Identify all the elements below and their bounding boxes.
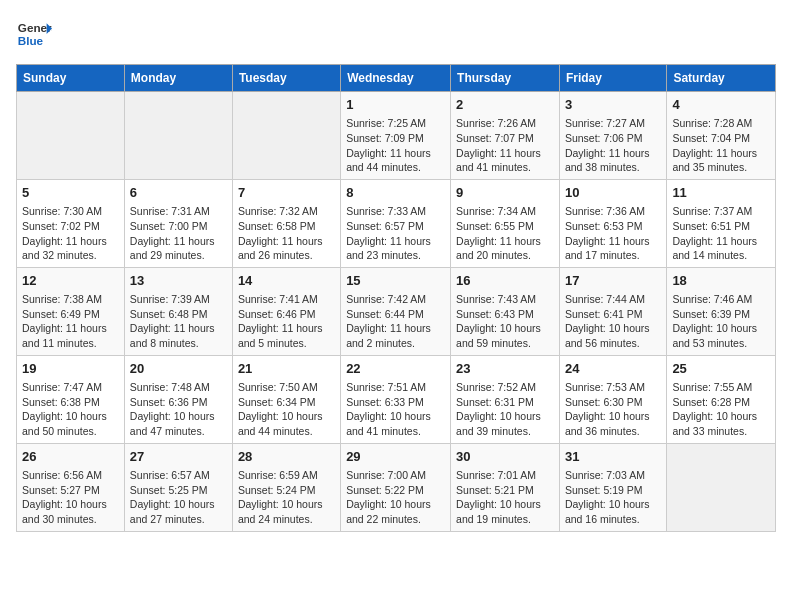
day-info: Sunrise: 7:51 AM Sunset: 6:33 PM Dayligh… [346, 380, 445, 439]
day-info: Sunrise: 7:31 AM Sunset: 7:00 PM Dayligh… [130, 204, 227, 263]
day-cell: 20Sunrise: 7:48 AM Sunset: 6:36 PM Dayli… [124, 355, 232, 443]
day-cell: 13Sunrise: 7:39 AM Sunset: 6:48 PM Dayli… [124, 267, 232, 355]
day-info: Sunrise: 6:56 AM Sunset: 5:27 PM Dayligh… [22, 468, 119, 527]
day-info: Sunrise: 7:30 AM Sunset: 7:02 PM Dayligh… [22, 204, 119, 263]
day-number: 27 [130, 448, 227, 466]
week-row-2: 5Sunrise: 7:30 AM Sunset: 7:02 PM Daylig… [17, 179, 776, 267]
day-cell: 11Sunrise: 7:37 AM Sunset: 6:51 PM Dayli… [667, 179, 776, 267]
day-number: 25 [672, 360, 770, 378]
day-header-thursday: Thursday [451, 65, 560, 92]
day-info: Sunrise: 6:59 AM Sunset: 5:24 PM Dayligh… [238, 468, 335, 527]
day-cell [232, 92, 340, 180]
day-cell: 15Sunrise: 7:42 AM Sunset: 6:44 PM Dayli… [341, 267, 451, 355]
week-row-4: 19Sunrise: 7:47 AM Sunset: 6:38 PM Dayli… [17, 355, 776, 443]
day-number: 6 [130, 184, 227, 202]
day-info: Sunrise: 7:34 AM Sunset: 6:55 PM Dayligh… [456, 204, 554, 263]
day-info: Sunrise: 7:42 AM Sunset: 6:44 PM Dayligh… [346, 292, 445, 351]
day-number: 2 [456, 96, 554, 114]
day-info: Sunrise: 7:25 AM Sunset: 7:09 PM Dayligh… [346, 116, 445, 175]
calendar-body: 1Sunrise: 7:25 AM Sunset: 7:09 PM Daylig… [17, 92, 776, 532]
day-number: 8 [346, 184, 445, 202]
day-number: 24 [565, 360, 661, 378]
day-cell: 16Sunrise: 7:43 AM Sunset: 6:43 PM Dayli… [451, 267, 560, 355]
day-cell: 23Sunrise: 7:52 AM Sunset: 6:31 PM Dayli… [451, 355, 560, 443]
day-info: Sunrise: 7:43 AM Sunset: 6:43 PM Dayligh… [456, 292, 554, 351]
day-info: Sunrise: 7:39 AM Sunset: 6:48 PM Dayligh… [130, 292, 227, 351]
day-info: Sunrise: 7:01 AM Sunset: 5:21 PM Dayligh… [456, 468, 554, 527]
logo: General Blue [16, 16, 52, 52]
day-header-wednesday: Wednesday [341, 65, 451, 92]
day-cell: 10Sunrise: 7:36 AM Sunset: 6:53 PM Dayli… [559, 179, 666, 267]
logo-icon: General Blue [16, 16, 52, 52]
day-info: Sunrise: 7:53 AM Sunset: 6:30 PM Dayligh… [565, 380, 661, 439]
day-header-saturday: Saturday [667, 65, 776, 92]
day-info: Sunrise: 7:48 AM Sunset: 6:36 PM Dayligh… [130, 380, 227, 439]
day-number: 13 [130, 272, 227, 290]
day-number: 4 [672, 96, 770, 114]
week-row-3: 12Sunrise: 7:38 AM Sunset: 6:49 PM Dayli… [17, 267, 776, 355]
day-info: Sunrise: 7:27 AM Sunset: 7:06 PM Dayligh… [565, 116, 661, 175]
day-cell: 19Sunrise: 7:47 AM Sunset: 6:38 PM Dayli… [17, 355, 125, 443]
day-header-friday: Friday [559, 65, 666, 92]
week-row-1: 1Sunrise: 7:25 AM Sunset: 7:09 PM Daylig… [17, 92, 776, 180]
page-header: General Blue [16, 16, 776, 52]
day-header-tuesday: Tuesday [232, 65, 340, 92]
day-cell: 6Sunrise: 7:31 AM Sunset: 7:00 PM Daylig… [124, 179, 232, 267]
day-cell: 26Sunrise: 6:56 AM Sunset: 5:27 PM Dayli… [17, 443, 125, 531]
day-cell: 5Sunrise: 7:30 AM Sunset: 7:02 PM Daylig… [17, 179, 125, 267]
day-info: Sunrise: 7:38 AM Sunset: 6:49 PM Dayligh… [22, 292, 119, 351]
day-number: 22 [346, 360, 445, 378]
day-cell: 21Sunrise: 7:50 AM Sunset: 6:34 PM Dayli… [232, 355, 340, 443]
day-info: Sunrise: 7:44 AM Sunset: 6:41 PM Dayligh… [565, 292, 661, 351]
day-cell: 28Sunrise: 6:59 AM Sunset: 5:24 PM Dayli… [232, 443, 340, 531]
day-cell: 9Sunrise: 7:34 AM Sunset: 6:55 PM Daylig… [451, 179, 560, 267]
week-row-5: 26Sunrise: 6:56 AM Sunset: 5:27 PM Dayli… [17, 443, 776, 531]
day-info: Sunrise: 7:33 AM Sunset: 6:57 PM Dayligh… [346, 204, 445, 263]
day-number: 15 [346, 272, 445, 290]
day-info: Sunrise: 7:36 AM Sunset: 6:53 PM Dayligh… [565, 204, 661, 263]
day-info: Sunrise: 7:46 AM Sunset: 6:39 PM Dayligh… [672, 292, 770, 351]
day-cell: 17Sunrise: 7:44 AM Sunset: 6:41 PM Dayli… [559, 267, 666, 355]
day-cell: 18Sunrise: 7:46 AM Sunset: 6:39 PM Dayli… [667, 267, 776, 355]
day-cell: 22Sunrise: 7:51 AM Sunset: 6:33 PM Dayli… [341, 355, 451, 443]
day-number: 28 [238, 448, 335, 466]
day-info: Sunrise: 7:41 AM Sunset: 6:46 PM Dayligh… [238, 292, 335, 351]
day-number: 23 [456, 360, 554, 378]
day-number: 1 [346, 96, 445, 114]
day-number: 21 [238, 360, 335, 378]
day-cell: 25Sunrise: 7:55 AM Sunset: 6:28 PM Dayli… [667, 355, 776, 443]
day-info: Sunrise: 7:37 AM Sunset: 6:51 PM Dayligh… [672, 204, 770, 263]
day-info: Sunrise: 7:03 AM Sunset: 5:19 PM Dayligh… [565, 468, 661, 527]
day-cell: 7Sunrise: 7:32 AM Sunset: 6:58 PM Daylig… [232, 179, 340, 267]
day-number: 10 [565, 184, 661, 202]
calendar-table: SundayMondayTuesdayWednesdayThursdayFrid… [16, 64, 776, 532]
day-number: 9 [456, 184, 554, 202]
day-number: 26 [22, 448, 119, 466]
days-header-row: SundayMondayTuesdayWednesdayThursdayFrid… [17, 65, 776, 92]
day-cell: 24Sunrise: 7:53 AM Sunset: 6:30 PM Dayli… [559, 355, 666, 443]
day-cell [667, 443, 776, 531]
day-cell: 3Sunrise: 7:27 AM Sunset: 7:06 PM Daylig… [559, 92, 666, 180]
day-info: Sunrise: 7:00 AM Sunset: 5:22 PM Dayligh… [346, 468, 445, 527]
day-cell: 14Sunrise: 7:41 AM Sunset: 6:46 PM Dayli… [232, 267, 340, 355]
day-number: 5 [22, 184, 119, 202]
day-number: 18 [672, 272, 770, 290]
day-info: Sunrise: 7:47 AM Sunset: 6:38 PM Dayligh… [22, 380, 119, 439]
day-cell: 4Sunrise: 7:28 AM Sunset: 7:04 PM Daylig… [667, 92, 776, 180]
day-number: 11 [672, 184, 770, 202]
day-info: Sunrise: 7:26 AM Sunset: 7:07 PM Dayligh… [456, 116, 554, 175]
day-header-monday: Monday [124, 65, 232, 92]
day-cell: 12Sunrise: 7:38 AM Sunset: 6:49 PM Dayli… [17, 267, 125, 355]
day-number: 16 [456, 272, 554, 290]
day-cell: 29Sunrise: 7:00 AM Sunset: 5:22 PM Dayli… [341, 443, 451, 531]
day-cell: 8Sunrise: 7:33 AM Sunset: 6:57 PM Daylig… [341, 179, 451, 267]
day-number: 30 [456, 448, 554, 466]
day-number: 31 [565, 448, 661, 466]
day-cell: 30Sunrise: 7:01 AM Sunset: 5:21 PM Dayli… [451, 443, 560, 531]
day-cell [17, 92, 125, 180]
day-number: 12 [22, 272, 119, 290]
day-number: 19 [22, 360, 119, 378]
day-number: 17 [565, 272, 661, 290]
day-number: 20 [130, 360, 227, 378]
day-number: 14 [238, 272, 335, 290]
